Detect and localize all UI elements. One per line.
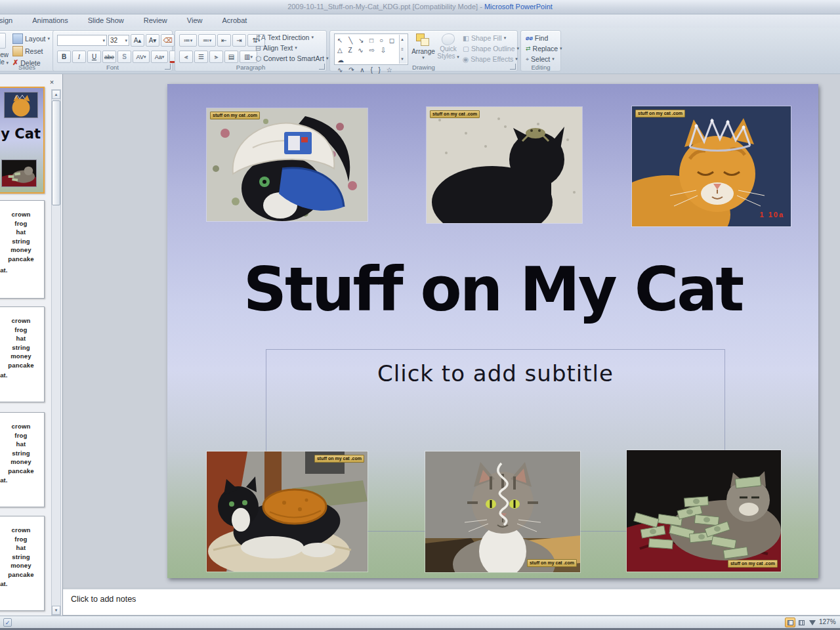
text-shadow-button[interactable]: S (117, 51, 131, 63)
notes-pane[interactable]: Click to add notes (63, 587, 840, 616)
find-button[interactable]: ⌀⌀Find (526, 34, 562, 42)
italic-button[interactable]: I (72, 51, 86, 63)
ribbon: New Slide ▾ Layout▾ Reset ✗Delete Slides… (0, 28, 840, 74)
thumb-title-clip: Stuff on My Cat (0, 126, 41, 144)
clear-formatting-button[interactable]: ⌫ (161, 34, 175, 47)
scrollbar-thumb[interactable] (52, 100, 60, 205)
font-dialog-launcher[interactable] (165, 64, 171, 70)
shapes-scroll-down-icon[interactable]: ▼ (400, 54, 406, 64)
slide-workspace: stuff on my cat .com stuff on my cat .co… (63, 74, 840, 587)
photo-timestamp: 1 10a (759, 211, 784, 219)
shapes-row-2: △ Z ∿ ⇨ ⇩ ☁ (337, 45, 398, 65)
status-bar: ✓ 127% (0, 616, 840, 628)
bold-button[interactable]: B (57, 51, 71, 63)
pancake-cat-illustration (207, 452, 368, 572)
slide-thumbnail-2[interactable]: crownfroghatstringmoneypancake cat. (0, 200, 45, 299)
zoom-level[interactable]: 127% (819, 618, 836, 625)
convert-smartart-button[interactable]: ⬡Convert to SmartArt▾ (255, 54, 328, 62)
slide-title[interactable]: Stuff on My Cat (167, 260, 818, 320)
layout-button[interactable]: Layout▾ (12, 33, 50, 44)
tab-view[interactable]: View (177, 14, 213, 26)
new-slide-button[interactable]: New Slide ▾ (0, 33, 9, 64)
font-name-combo[interactable]: ▾ (57, 35, 107, 46)
align-text-button[interactable]: ⊟Align Text▾ (255, 44, 328, 52)
spellcheck-icon[interactable]: ✓ (3, 618, 12, 627)
shape-outline-button[interactable]: ▢Shape Outline▾ (463, 45, 519, 52)
tab-slide-show[interactable]: Slide Show (78, 14, 134, 26)
shapes-gallery[interactable]: ↖ ╲ ↘ □ ○ ◻ △ Z ∿ ⇨ ⇩ ☁ ∿ ↷ ∧ { } ☆ ▲ ≡ … (334, 33, 408, 65)
justify-button[interactable]: ▤ (224, 51, 238, 63)
slide-sorter-icon (799, 620, 805, 625)
scroll-down-button[interactable]: ▼ (52, 606, 60, 615)
thumb-money-cat-image (1, 159, 37, 187)
underline-button[interactable]: U (87, 51, 101, 63)
tab-design[interactable]: Design (0, 14, 22, 26)
shape-effects-button[interactable]: ◉Shape Effects▾ (463, 55, 519, 63)
close-pane-button[interactable]: × (47, 78, 56, 87)
shapes-scroll-up-icon[interactable]: ▲ (400, 35, 406, 45)
increase-indent-button[interactable]: ⇥ (232, 34, 246, 47)
normal-view-icon (788, 620, 793, 625)
thumb-crown-cat-image (4, 92, 38, 118)
change-case-button[interactable]: Aa▾ (151, 51, 168, 63)
thumbnails-scrollbar[interactable]: ▲ ▼ (51, 89, 61, 616)
strikethrough-button[interactable]: abe (102, 51, 116, 63)
notes-placeholder: Click to add notes (71, 595, 136, 604)
columns-button[interactable]: ▥▾ (240, 51, 257, 63)
cat-photo-frog[interactable]: stuff on my cat .com (427, 107, 582, 223)
title-bar[interactable]: 2009-10-11_Stuff-on-My-Cat_KDG.ppt [Comp… (0, 0, 840, 14)
cat-photo-money[interactable]: stuff on my cat .com (627, 450, 781, 572)
tab-animations[interactable]: Animations (22, 14, 77, 26)
cat-photo-string[interactable]: stuff on my cat .com (425, 452, 580, 572)
tab-acrobat[interactable]: Acrobat (212, 14, 257, 26)
numbering-button[interactable]: ≕▾ (198, 34, 216, 47)
decrease-indent-button[interactable]: ⇤ (217, 34, 231, 47)
watermark-label: stuff on my cat .com (635, 110, 685, 117)
quick-styles-icon (442, 33, 455, 45)
slide-sorter-view-button[interactable] (796, 618, 807, 627)
slide-thumbnail-5[interactable]: crownfroghatstringmoneypancake cat. (0, 516, 45, 611)
cat-photo-pancake[interactable]: stuff on my cat .com (207, 452, 368, 572)
paragraph-dialog-launcher[interactable] (319, 64, 325, 70)
shape-fill-button[interactable]: ◧Shape Fill▾ (463, 34, 519, 42)
replace-button[interactable]: ⇄Replace▾ (526, 45, 562, 52)
align-text-icon: ⊟ (255, 44, 261, 52)
layout-icon (12, 33, 23, 44)
watermark-label: stuff on my cat .com (527, 559, 577, 567)
replace-icon: ⇄ (526, 45, 531, 52)
font-size-combo[interactable]: 32▾ (108, 35, 129, 46)
quick-styles-button[interactable]: Quick Styles ▾ (436, 33, 460, 60)
string-cat-illustration (425, 452, 580, 572)
arrange-button[interactable]: Arrange ▾ (411, 33, 435, 60)
shapes-scrollbar[interactable]: ▲ ≡ ▼ (399, 35, 407, 64)
align-left-button[interactable]: ⫷ (179, 51, 193, 63)
slideshow-icon (809, 620, 816, 625)
slide-thumbnail-1[interactable]: Stuff on My Cat (0, 87, 45, 194)
character-spacing-button[interactable]: AV▾ (133, 51, 150, 63)
grow-font-button[interactable]: A▴ (131, 34, 144, 47)
cat-photo-crown[interactable]: stuff on my cat .com 1 10a (632, 106, 791, 226)
new-slide-icon (0, 33, 6, 49)
drawing-dialog-launcher[interactable] (510, 64, 516, 70)
scroll-up-button[interactable]: ▲ (52, 90, 60, 99)
normal-view-button[interactable] (785, 618, 795, 627)
slide-thumbnail-3[interactable]: crownfroghatstringmoneypancake cat. (0, 306, 45, 402)
slideshow-view-button[interactable] (807, 618, 818, 627)
text-direction-button[interactable]: ⇵AText Direction▾ (255, 33, 328, 41)
shrink-font-button[interactable]: A▾ (146, 34, 159, 47)
align-right-button[interactable]: ⫸ (209, 51, 223, 63)
tab-review[interactable]: Review (134, 14, 177, 26)
align-center-button[interactable]: ☰ (194, 51, 208, 63)
ribbon-group-paragraph: ≔▾ ≕▾ ⇤ ⇥ ⇅▾ ⫷ ☰ ⫸ ▤ ▥▾ ⇵AText Direction… (175, 30, 327, 72)
slide-canvas[interactable]: stuff on my cat .com stuff on my cat .co… (167, 84, 818, 578)
arrange-icon (416, 33, 430, 47)
cat-photo-cap[interactable]: stuff on my cat .com (207, 108, 368, 221)
reset-button[interactable]: Reset (12, 46, 50, 56)
document-title: 2009-10-11_Stuff-on-My-Cat_KDG.ppt [Comp… (287, 3, 484, 10)
select-button[interactable]: ⌖Select▾ (526, 55, 562, 63)
watermark-label: stuff on my cat .com (430, 110, 480, 118)
bullets-button[interactable]: ≔▾ (179, 34, 197, 47)
slides-thumbnail-pane: × Stuff on My Cat crownfroghatstringmone… (0, 74, 63, 616)
slide-thumbnail-4[interactable]: crownfroghatstringmoneypancake cat. (0, 412, 45, 507)
app-name: Microsoft PowerPoint (484, 3, 553, 10)
